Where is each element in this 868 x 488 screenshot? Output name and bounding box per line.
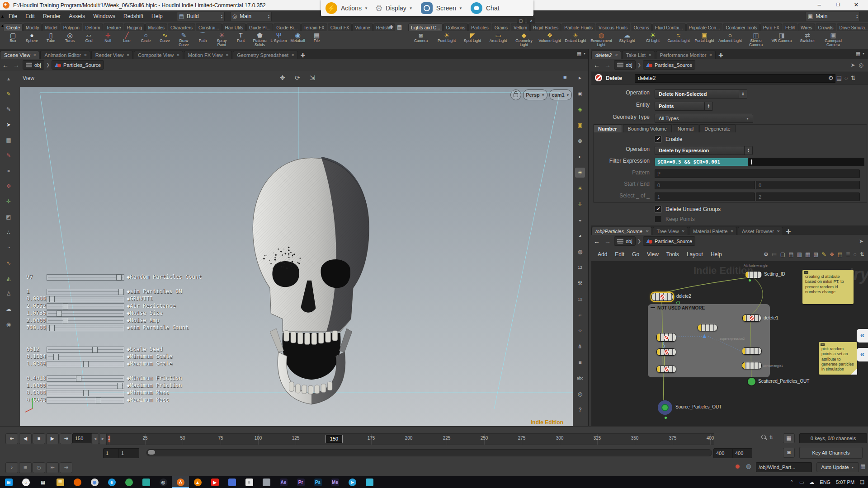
shelf-tool-file[interactable]: ▤File (307, 32, 326, 49)
overlay-slider-noise-size[interactable]: 1.0736◆Noise Size (26, 310, 307, 317)
slider-track[interactable] (47, 397, 124, 404)
overlay-resize-icon[interactable]: ▢ (517, 18, 525, 24)
close-icon[interactable]: ✕ (645, 229, 649, 234)
shelf-tab-fem[interactable]: FEM (783, 23, 797, 31)
shelf-tab-vellum[interactable]: Vellum (511, 23, 530, 31)
param-tab-performance-monitor[interactable]: Performance Monitor✕ (656, 51, 716, 59)
filter-tab-normal[interactable]: Normal (673, 124, 698, 132)
shelf-tab-guide-br-[interactable]: Guide Br... (274, 23, 300, 31)
camera-key-icon[interactable]: ◙ (783, 448, 795, 458)
note-collapse-icon-2[interactable]: – (821, 343, 825, 346)
search-icon[interactable]: ◌ (844, 75, 848, 81)
jump-end-button[interactable]: ⇥ (60, 433, 72, 444)
menu-redshift[interactable]: Redshift (119, 13, 147, 19)
menu-file[interactable]: File (5, 13, 21, 19)
slider-handle[interactable] (83, 361, 89, 367)
slider-handle[interactable] (118, 289, 124, 295)
filter-tab-degenerate[interactable]: Degenerate (699, 124, 736, 132)
shelf-tool-camera[interactable]: ◙Camera (408, 32, 434, 49)
shelf-tab-create[interactable]: Create (4, 23, 23, 31)
pattern-field[interactable]: !* (655, 169, 860, 178)
chat-button[interactable]: Chat (486, 5, 500, 12)
shelf-tool-line[interactable]: ╱Line (118, 32, 136, 49)
list-icon[interactable]: ≔ (772, 251, 777, 258)
menu-assets[interactable]: Assets (65, 13, 89, 19)
network-menu-tools[interactable]: Tools (666, 251, 679, 258)
presets-icon[interactable]: ▤ (836, 75, 842, 81)
media-encoder[interactable]: Me (326, 476, 344, 488)
smooth-shade-icon[interactable]: ◕ (575, 231, 585, 241)
camera-tool-icon[interactable]: ◉ (4, 319, 14, 329)
point-grid-icon[interactable]: ⁘ (575, 326, 585, 336)
grid2-icon[interactable]: ▥ (797, 251, 802, 258)
update-options-icon[interactable]: ▦ (860, 463, 865, 469)
network-canvas[interactable]: Indie Edition etry NOT USED ANYMORE Attr… (591, 261, 868, 426)
hair-tool-icon[interactable]: ∿ (4, 258, 14, 268)
auto-update-dropdown[interactable]: Auto Update▼ (816, 462, 859, 472)
param-tab-take-list[interactable]: Take List✕ (622, 51, 655, 59)
shelf-tab-model[interactable]: Model (42, 23, 60, 31)
network-menu-layout[interactable]: Layout (687, 251, 703, 258)
firefox[interactable] (69, 476, 86, 488)
shelf-tool-draw-curve[interactable]: ✎Draw Curve (175, 32, 193, 49)
sticky-note-1[interactable]: –creating id attribute based on initial … (802, 270, 854, 304)
substep-back-button[interactable]: ◂ (91, 433, 99, 444)
shelf-tab-constrai-[interactable]: Constrai... (196, 23, 222, 31)
slider-track[interactable] (47, 274, 124, 281)
slider-handle[interactable] (96, 397, 101, 404)
shelf-tool-stereo-camera[interactable]: ◫Stereo Camera (743, 32, 769, 49)
scene-tab-animation-editor[interactable]: Animation Editor✕ (40, 51, 90, 59)
sort-icon[interactable]: ≡ (563, 74, 567, 81)
language-indicator[interactable]: ENG (820, 479, 830, 485)
source-flag-dot[interactable] (665, 417, 667, 419)
stop-button[interactable]: ■ (33, 433, 45, 444)
close-icon[interactable]: ✕ (777, 229, 780, 234)
play-button[interactable]: ▶ (46, 433, 59, 444)
align-icon[interactable]: ≣ (846, 251, 850, 258)
screen-button[interactable]: Screen (436, 5, 456, 12)
folder-icon[interactable]: ▤ (837, 251, 842, 258)
filter-tab-bounding-volume[interactable]: Bounding Volume (623, 124, 672, 132)
grid3-icon[interactable]: ▦ (805, 251, 810, 258)
shelf-tab-container-tools[interactable]: Container Tools (723, 23, 760, 31)
back-icon-3[interactable]: ← (594, 238, 600, 245)
entity-dropdown[interactable]: Points (655, 102, 708, 111)
filter-expression-field-2[interactable] (749, 158, 864, 166)
shelf-tab-rigid-bodies[interactable]: Rigid Bodies (530, 23, 561, 31)
shelf-tool-spot-light[interactable]: ◤Spot Light (460, 32, 485, 49)
network-tab-tree-view[interactable]: Tree View✕ (653, 227, 688, 235)
step-forward-icon[interactable]: ⇥ (60, 462, 72, 473)
select-field[interactable]: 1 (655, 192, 755, 201)
houdini[interactable]: ஃ (172, 476, 189, 488)
slider-track[interactable] (47, 289, 124, 295)
node-setting-id[interactable] (745, 271, 762, 278)
network-new-tab-icon[interactable]: ✚ (786, 228, 791, 235)
shelf-tab-populate-con-[interactable]: Populate Con... (686, 23, 723, 31)
shelf-tab-deform[interactable]: Deform (83, 23, 103, 31)
shelf-tab-lights-and-c-[interactable]: Lights and C... (408, 23, 443, 31)
task-view-button[interactable]: ▤ (34, 476, 52, 488)
shelf-tool-geometry-light[interactable]: ◆Geometry Light (511, 32, 537, 49)
shelf-tab-oceans[interactable]: Oceans (631, 23, 651, 31)
slider-track[interactable] (47, 347, 124, 353)
back-icon-2[interactable]: ← (594, 61, 600, 69)
start-field[interactable]: 0 (655, 181, 755, 189)
shelf-tool-point-light[interactable]: ☀Point Light (434, 32, 459, 49)
delete2-flag-dot[interactable] (676, 301, 680, 305)
shelf-tab-wires[interactable]: Wires (798, 23, 815, 31)
shelf-tool-portal-light[interactable]: ▣Portal Light (692, 32, 717, 49)
point-marker-icon[interactable]: ⚒ (575, 278, 585, 288)
gear-icon[interactable]: ⚙ (828, 75, 834, 81)
desktop2-spinner[interactable]: ▴▾ (856, 14, 858, 19)
forward-icon-3[interactable]: → (604, 238, 611, 245)
overlay-slider-minimum-scale[interactable]: 0.1534◆Minimum Scale (26, 353, 307, 360)
node-scattered-particles-out[interactable] (747, 377, 756, 386)
overlay-chevron-button-2[interactable]: « (857, 348, 868, 361)
menu-render[interactable]: Render (39, 13, 65, 19)
clock[interactable]: 5:07 PM (836, 479, 854, 485)
notepad[interactable]: ≡ (241, 476, 258, 488)
scene-tab-geometry-spreadsheet[interactable]: Geometry Spreadsheet✕ (233, 51, 297, 59)
chrome[interactable]: ◉ (86, 476, 103, 488)
keep-points-checkbox[interactable] (655, 216, 662, 223)
app-green[interactable] (120, 476, 137, 488)
